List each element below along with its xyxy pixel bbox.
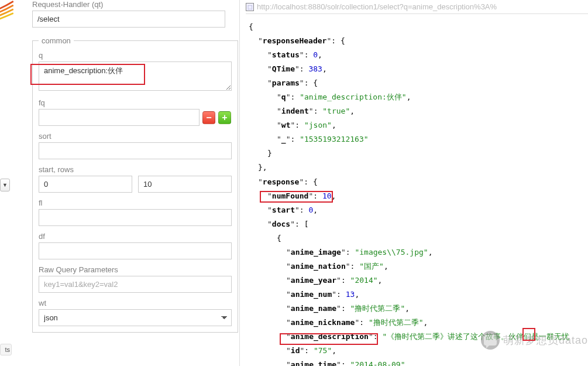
link-icon: ⬚ (246, 3, 254, 11)
result-panel: ⬚ http://localhost:8880/solr/collection1… (240, 0, 588, 366)
q-label: q (39, 51, 232, 60)
fq-label: fq (39, 98, 232, 107)
add-fq-button[interactable]: + (218, 111, 231, 124)
common-fieldset: common q anime_description:伙伴 fq − + sor… (32, 36, 238, 333)
wechat-icon (481, 331, 500, 350)
watermark: 萌新梦想员datao (481, 331, 588, 350)
fl-label: fl (39, 199, 232, 207)
q-textarea[interactable]: anime_description:伙伴 (39, 61, 232, 91)
sort-input[interactable] (39, 142, 232, 159)
qt-label: Request-Handler (qt) (32, 0, 233, 9)
wt-label: wt (39, 299, 232, 307)
fq-input[interactable] (39, 109, 200, 126)
url-bar: ⬚ http://localhost:8880/solr/collection1… (246, 0, 588, 14)
watermark-text: 萌新梦想员datao (503, 333, 588, 347)
startrows-label: start, rows (39, 165, 232, 174)
left-mini-button[interactable]: ts (0, 344, 12, 355)
wt-select[interactable]: json (39, 309, 232, 326)
qt-input[interactable] (32, 11, 225, 28)
raw-input[interactable] (39, 276, 232, 293)
fl-input[interactable] (39, 209, 232, 226)
df-label: df (39, 232, 232, 241)
remove-fq-button[interactable]: − (202, 111, 215, 124)
rows-input[interactable] (138, 176, 232, 193)
query-form-panel: Request-Handler (qt) common q anime_desc… (18, 0, 240, 366)
sort-label: sort (39, 132, 232, 141)
url-text[interactable]: http://localhost:8880/solr/collection1/s… (257, 2, 497, 11)
json-output: { "responseHeader": { "status": 0, "QTim… (246, 14, 588, 366)
fieldset-legend: common (39, 36, 74, 45)
start-input[interactable] (39, 176, 132, 193)
raw-label: Raw Query Parameters (39, 265, 232, 274)
solr-logo-icon (0, 0, 15, 26)
df-input[interactable] (39, 242, 232, 259)
collapsed-selector[interactable]: ▼ (0, 179, 10, 191)
